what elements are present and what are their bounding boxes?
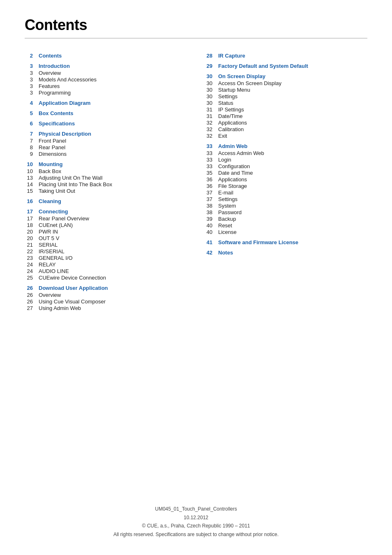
toc-heading-row: 4Application Diagram bbox=[25, 100, 188, 106]
item-label: E-mail bbox=[218, 190, 233, 196]
heading-label: Connecting bbox=[39, 208, 68, 215]
toc-item: 25CUEwire Device Connection bbox=[25, 275, 188, 281]
item-page-num: 38 bbox=[204, 203, 212, 209]
item-page-num: 23 bbox=[25, 255, 33, 261]
item-page-num: 30 bbox=[204, 93, 212, 99]
toc-item: 9Dimensions bbox=[25, 151, 188, 157]
toc-item: 20OUT 5 V bbox=[25, 235, 188, 241]
item-page-num: 14 bbox=[25, 181, 33, 187]
toc-section: 2Contents bbox=[25, 53, 188, 59]
item-label: SERIAL bbox=[39, 242, 58, 248]
item-label: Date and Time bbox=[218, 170, 253, 176]
item-label: Calibration bbox=[218, 126, 244, 132]
heading-page-num: 41 bbox=[204, 239, 212, 245]
toc-item: 40License bbox=[204, 229, 367, 235]
item-label: License bbox=[218, 229, 237, 235]
item-page-num: 7 bbox=[25, 138, 33, 144]
toc-item: 36File Storage bbox=[204, 183, 367, 189]
item-label: Access On Screen Display bbox=[218, 80, 281, 86]
heading-label: Specifications bbox=[39, 120, 75, 127]
heading-label: Download User Application bbox=[39, 285, 108, 291]
item-page-num: 3 bbox=[25, 90, 33, 96]
item-label: Date/Time bbox=[218, 113, 242, 119]
item-page-num: 25 bbox=[25, 275, 33, 281]
heading-label: Mounting bbox=[39, 161, 62, 167]
toc-item: 38System bbox=[204, 203, 367, 209]
heading-label: Contents bbox=[39, 53, 62, 59]
toc-item: 33Access Admin Web bbox=[204, 150, 367, 156]
item-label: Front Panel bbox=[39, 138, 66, 144]
item-page-num: 26 bbox=[25, 298, 33, 305]
heading-page-num: 6 bbox=[25, 120, 33, 127]
item-label: Backup bbox=[218, 216, 236, 222]
toc-heading-row: 10Mounting bbox=[25, 161, 188, 167]
item-page-num: 38 bbox=[204, 209, 212, 215]
toc-item: 32Calibration bbox=[204, 126, 367, 132]
heading-label: On Screen Display bbox=[218, 73, 265, 79]
toc-item: 36Applications bbox=[204, 176, 367, 183]
heading-label: Admin Web bbox=[218, 143, 247, 149]
toc-item: 37Settings bbox=[204, 196, 367, 202]
item-label: Dimensions bbox=[39, 151, 67, 157]
heading-page-num: 33 bbox=[204, 143, 212, 149]
item-label: Features bbox=[39, 83, 60, 89]
toc-item: 8Rear Panel bbox=[25, 144, 188, 150]
toc-heading-row: 28IR Capture bbox=[204, 53, 367, 59]
heading-page-num: 16 bbox=[25, 198, 33, 204]
item-page-num: 3 bbox=[25, 76, 33, 83]
toc-heading-row: 41Software and Firmware License bbox=[204, 239, 367, 245]
item-page-num: 37 bbox=[204, 190, 212, 196]
item-page-num: 37 bbox=[204, 196, 212, 202]
heading-page-num: 30 bbox=[204, 73, 212, 79]
toc-heading-row: 3Introduction bbox=[25, 63, 188, 69]
item-page-num: 21 bbox=[25, 242, 33, 248]
heading-label: Physical Description bbox=[39, 131, 91, 137]
item-page-num: 39 bbox=[204, 216, 212, 222]
item-label: Rear Panel bbox=[39, 144, 65, 150]
toc-item: 24RELAY bbox=[25, 261, 188, 268]
item-page-num: 36 bbox=[204, 176, 212, 183]
item-label: IR/SERIAL bbox=[39, 248, 65, 254]
item-label: PWR IN bbox=[39, 229, 58, 235]
item-page-num: 32 bbox=[204, 126, 212, 132]
toc-item: 30Startup Menu bbox=[204, 87, 367, 93]
heading-page-num: 42 bbox=[204, 250, 212, 256]
item-page-num: 20 bbox=[25, 235, 33, 241]
item-page-num: 33 bbox=[204, 163, 212, 169]
toc-section: 6Specifications bbox=[25, 120, 188, 127]
toc-item: 24AUDIO LINE bbox=[25, 268, 188, 274]
item-label: Applications bbox=[218, 120, 247, 126]
toc-item: 33Login bbox=[204, 157, 367, 163]
toc-item: 21SERIAL bbox=[25, 242, 188, 248]
heading-page-num: 10 bbox=[25, 161, 33, 167]
heading-page-num: 28 bbox=[204, 53, 212, 59]
toc-section: 41Software and Firmware License bbox=[204, 239, 367, 245]
heading-page-num: 17 bbox=[25, 208, 33, 215]
item-page-num: 26 bbox=[25, 292, 33, 298]
toc-section: 7Physical Description7Front Panel8Rear P… bbox=[25, 131, 188, 157]
item-label: CUEnet (LAN) bbox=[39, 222, 73, 228]
right-column: 28IR Capture29Factory Default and System… bbox=[204, 49, 367, 315]
item-page-num: 35 bbox=[204, 170, 212, 176]
toc-item: 15Taking Unit Out bbox=[25, 188, 188, 194]
heading-page-num: 29 bbox=[204, 63, 212, 69]
toc-heading-row: 33Admin Web bbox=[204, 143, 367, 149]
footer-line2: 10.12.2012 bbox=[0, 513, 392, 522]
item-label: Login bbox=[218, 157, 231, 163]
toc-heading-row: 42Notes bbox=[204, 250, 367, 256]
item-page-num: 30 bbox=[204, 87, 212, 93]
item-page-num: 36 bbox=[204, 183, 212, 189]
toc-item: 3Features bbox=[25, 83, 188, 89]
item-label: Access Admin Web bbox=[218, 150, 264, 156]
toc-section: 5Box Contents bbox=[25, 110, 188, 116]
toc-item: 10Back Box bbox=[25, 168, 188, 174]
toc-item: 27Using Admin Web bbox=[25, 305, 188, 311]
toc-heading-row: 29Factory Default and System Default bbox=[204, 63, 367, 69]
item-label: File Storage bbox=[218, 183, 247, 189]
footer: UM045_01_Touch_Panel_Controllers 10.12.2… bbox=[0, 505, 392, 539]
item-page-num: 33 bbox=[204, 157, 212, 163]
item-page-num: 18 bbox=[25, 222, 33, 228]
toc-item: 14Placing Unit Into The Back Box bbox=[25, 181, 188, 187]
toc-item: 32Applications bbox=[204, 120, 367, 126]
toc-item: 33Configuration bbox=[204, 163, 367, 169]
